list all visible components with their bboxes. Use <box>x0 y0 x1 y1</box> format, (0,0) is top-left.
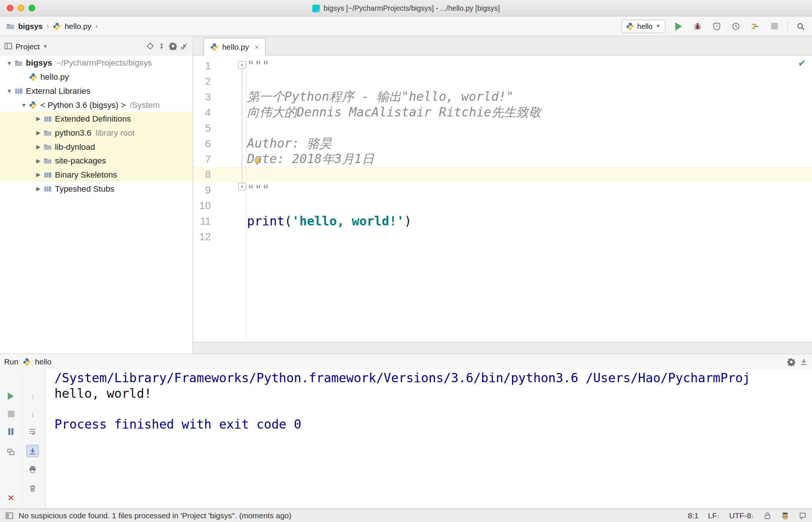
breadcrumb-file[interactable]: hello.py <box>65 22 91 31</box>
console-output-line: hello, world! <box>55 386 812 402</box>
line-separator-widget[interactable]: LF↕ <box>708 511 720 520</box>
line-number: 9 <box>193 182 211 198</box>
updown-icon: ↕ <box>717 513 720 519</box>
stop-button[interactable] <box>768 20 780 33</box>
tree-item-path: /System <box>130 100 160 109</box>
restore-layout-button[interactable] <box>5 446 17 459</box>
close-panel-button[interactable]: × <box>5 491 17 504</box>
line-number: 5 <box>193 120 211 136</box>
scroll-to-end-icon <box>29 447 37 455</box>
pycharm-icon <box>312 4 320 12</box>
settings-gear-icon[interactable] <box>787 357 795 366</box>
tree-item-label: < Python 3.6 (bigsys) > <box>40 100 126 109</box>
chevron-right-icon[interactable]: ▶ <box>33 143 43 150</box>
chevron-right-icon[interactable]: ▶ <box>33 171 43 178</box>
breadcrumb-project[interactable]: bigsys <box>18 22 43 31</box>
play-icon <box>8 393 14 400</box>
code-line-7: Date: 2018年3月1日 <box>247 151 374 167</box>
pause-output-button[interactable] <box>5 425 17 438</box>
code-line-6: Author: 骆昊 <box>247 136 331 151</box>
run-tab-label[interactable]: hello <box>35 357 51 366</box>
window-title: bigsys [~/PycharmProjects/bigsys] - .../… <box>324 4 500 12</box>
down-stack-trace-button[interactable]: ↓ <box>26 407 39 420</box>
inspection-ok-check-icon[interactable]: ✔ <box>798 57 806 69</box>
collapse-all-icon[interactable] <box>158 42 166 50</box>
run-button[interactable] <box>672 20 685 33</box>
fold-range-line <box>242 67 242 185</box>
readonly-lock-icon[interactable] <box>763 511 772 519</box>
close-tab-icon[interactable]: × <box>255 43 259 52</box>
chevron-down-icon[interactable]: ▼ <box>19 102 29 108</box>
intention-bulb-icon[interactable] <box>253 157 262 167</box>
tree-row-typeshed-stubs[interactable]: ▶ Typeshed Stubs <box>0 182 193 196</box>
hide-panel-icon[interactable] <box>799 357 808 366</box>
encoding-widget[interactable]: UTF-8↕ <box>729 511 754 520</box>
locate-file-icon[interactable] <box>146 42 154 50</box>
chevron-right-icon[interactable]: ▶ <box>33 185 43 192</box>
coverage-shield-icon <box>713 22 721 30</box>
code-line-1: """ <box>247 58 270 73</box>
paren: ( <box>284 214 292 228</box>
chevron-right-icon[interactable]: ▶ <box>33 129 43 136</box>
tree-row-extended-definitions[interactable]: ▶ Extended Definitions <box>0 112 193 126</box>
caret-position-widget[interactable]: 8:1 <box>688 511 699 520</box>
tree-row-project-root[interactable]: ▼ bigsys ~/PycharmProjects/bigsys <box>0 56 193 70</box>
fold-collapse-bottom-icon[interactable]: ∧ <box>238 183 246 191</box>
rerun-button[interactable] <box>5 390 17 403</box>
code-editor[interactable]: 1 2 3 4 5 6 7 8 9 10 11 12 ∨ ∧ """ 第一个Py… <box>193 55 812 341</box>
profiler-button[interactable] <box>730 20 742 33</box>
debug-button[interactable] <box>691 20 704 33</box>
run-left-toolbar: × » ↑ ↓ <box>0 369 46 509</box>
toolwindow-toggle-icon[interactable] <box>5 511 13 519</box>
tree-item-label: lib-dynload <box>55 142 95 151</box>
tree-row-site-packages[interactable]: ▶ site-packages <box>0 154 193 168</box>
scroll-to-end-button[interactable] <box>26 445 39 457</box>
stop-button[interactable] <box>5 407 17 420</box>
chevron-down-icon[interactable]: ▼ <box>4 88 14 94</box>
run-configuration-combo[interactable]: hello ▼ <box>621 19 665 33</box>
status-message: No suspicious code found. 1 files proces… <box>19 511 291 520</box>
tree-row-python-sdk[interactable]: ▼ < Python 3.6 (bigsys) > /System <box>0 98 193 112</box>
concurrency-diagram-button[interactable] <box>749 20 762 33</box>
project-pane-icon <box>4 42 12 50</box>
library-icon <box>43 115 52 123</box>
chevron-down-icon[interactable]: ▼ <box>4 60 14 66</box>
up-stack-trace-button[interactable]: ↑ <box>26 390 39 403</box>
hide-toolwindow-icon[interactable] <box>180 42 188 50</box>
tree-row-python36-root[interactable]: ▶ python3.6 library root <box>0 126 193 140</box>
tab-hello-py[interactable]: hello.py × <box>204 38 266 55</box>
string-literal: 'hello, world!' <box>292 214 404 228</box>
code-line-4: 向伟大的Dennis MacAlistair Ritchie先生致敬 <box>247 105 541 120</box>
settings-gear-icon[interactable] <box>169 42 177 50</box>
chevron-right-icon: › <box>95 22 98 31</box>
line-number: 3 <box>193 89 211 105</box>
encoding-value: UTF-8 <box>729 511 751 520</box>
fold-collapse-top-icon[interactable]: ∨ <box>238 61 246 69</box>
tree-row-binary-skeletons[interactable]: ▶ Binary Skeletons <box>0 168 193 182</box>
chevron-right-icon[interactable]: ▶ <box>33 158 43 164</box>
stop-icon <box>7 410 14 417</box>
line-number: 12 <box>193 229 211 244</box>
window-title-area: bigsys [~/PycharmProjects/bigsys] - .../… <box>0 0 812 17</box>
line-number: 2 <box>193 73 211 89</box>
run-with-coverage-button[interactable] <box>710 20 723 33</box>
search-everywhere-button[interactable] <box>795 20 807 33</box>
folder-icon <box>14 59 23 67</box>
run-console[interactable]: /System/Library/Frameworks/Python.framew… <box>46 369 812 509</box>
gutter-separator <box>246 55 246 341</box>
project-panel-title[interactable]: Project <box>16 42 40 50</box>
run-panel-title[interactable]: Run <box>4 357 18 366</box>
editor-scrollbar-track[interactable] <box>193 342 812 354</box>
tree-row-hello-py[interactable]: ▶ hello.py <box>0 70 193 84</box>
event-log-icon[interactable] <box>799 511 807 519</box>
chevron-down-icon[interactable]: ▼ <box>43 43 48 49</box>
close-icon: × <box>8 492 14 503</box>
soft-wrap-button[interactable] <box>26 425 39 438</box>
tree-row-lib-dynload[interactable]: ▶ lib-dynload <box>0 140 193 154</box>
chevron-right-icon[interactable]: ▶ <box>33 115 43 122</box>
tree-row-external-libraries[interactable]: ▼ External Libraries <box>0 84 193 98</box>
print-button[interactable] <box>26 463 39 476</box>
chevron-right-icon: › <box>46 22 49 31</box>
hector-inspector-icon[interactable] <box>781 511 789 519</box>
clear-all-button[interactable] <box>26 482 39 495</box>
